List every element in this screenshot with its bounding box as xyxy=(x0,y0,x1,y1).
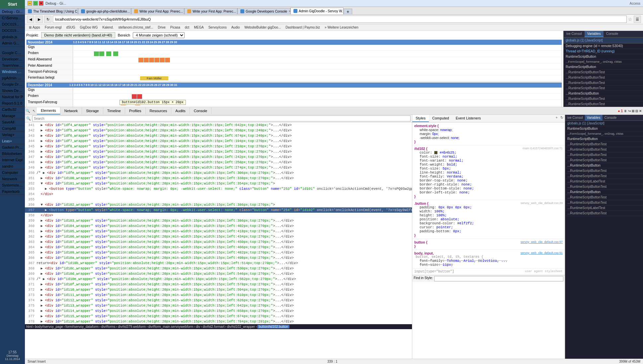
taskbar-item-dev[interactable]: Developer 7... xyxy=(0,56,25,62)
bookmark-mega[interactable]: MEGA xyxy=(192,25,205,30)
right-vars-15[interactable]: ...RuntimeScriptButtonTest xyxy=(565,200,643,205)
styles-tab-computed[interactable]: Computed xyxy=(429,115,452,122)
right-vars-2[interactable]: ...FormScope[_formname_, onDrag, cWas xyxy=(565,131,643,136)
bookmark-dashboard[interactable]: Dashboard | Paymo.biz xyxy=(283,25,322,30)
devtools-icon-pause[interactable]: ⏸ xyxy=(624,109,627,113)
devtools-tab-profiles[interactable]: Profiles xyxy=(125,108,146,114)
bc-html[interactable]: html xyxy=(26,325,33,328)
taskbar-item-leas[interactable]: Leas+ xyxy=(0,138,25,144)
bookmark-drive[interactable]: Drive xyxy=(156,25,168,30)
taskbar-item-internet[interactable]: Internet Expl xyxy=(0,157,25,163)
taskbar-item-doc1[interactable]: DOC019... xyxy=(0,21,25,28)
taskbar-item-windows-live[interactable]: Windows Live xyxy=(0,69,25,75)
taskbar-item-gadwin[interactable]: Gadwin PrintS xyxy=(0,144,25,151)
styles-add-icon[interactable]: + xyxy=(554,115,559,122)
taskbar-item-debug[interactable]: Debug - Gi... xyxy=(0,9,25,15)
find-in-styles-input[interactable] xyxy=(434,276,563,281)
bookmark-audio[interactable]: Audio xyxy=(229,25,242,30)
devtools-icon-dock[interactable]: ⊟ xyxy=(635,109,638,113)
right-vars-12[interactable]: ...RuntimeScriptButtonTest xyxy=(565,184,643,189)
taskbar-item-chrome[interactable]: Google Chr... xyxy=(0,50,25,56)
devtools-icon-step[interactable]: ↪ xyxy=(628,109,631,113)
taskbar-item-compall[interactable]: CompAll xyxy=(0,125,25,132)
devtools-tab-network[interactable]: Network xyxy=(60,108,82,114)
debug-tab-variables[interactable]: Variables xyxy=(585,31,603,37)
right-vars-16[interactable]: ...RuntimeScriptLabelTest xyxy=(565,205,643,211)
start-button[interactable]: Start xyxy=(0,0,25,9)
taskbar-item-globals[interactable]: globals.js xyxy=(0,34,25,40)
vars-item-7[interactable]: ...RuntimeScriptButtonTest xyxy=(564,86,643,91)
right-vars-11[interactable]: ...RuntimeScriptLabelTest xyxy=(565,179,643,184)
reload-button[interactable]: ↻ xyxy=(44,16,51,23)
taskbar-item-system[interactable]: Systemsteuer xyxy=(0,182,25,188)
bookmark-forum[interactable]: Forum engl xyxy=(43,25,64,30)
taskbar-item-report[interactable]: Report-5.1.0 xyxy=(0,100,25,107)
vars-item-9[interactable]: ...RuntimeScriptButtonTest xyxy=(564,96,643,102)
taskbar-item-verlag[interactable]: Verlag+ xyxy=(0,132,25,138)
bookmark-weitere[interactable]: »Weitere Lesezeichen xyxy=(323,25,361,30)
taskbar-item-googledrive[interactable]: Google Drive xyxy=(0,81,25,88)
bc-id102-wrapper[interactable]: div#id102_wrapper xyxy=(227,325,255,328)
tab-new[interactable]: + xyxy=(344,9,352,14)
taskbar-item-shows[interactable]: Shows Desktc xyxy=(0,88,25,94)
devtools-inspect-icon[interactable]: 🔍 xyxy=(25,109,31,113)
taskbar-item-carbu[interactable]: CarBu32 xyxy=(0,107,25,113)
bookmark-dsug[interactable]: dSUG xyxy=(64,25,77,30)
vars-item-4[interactable]: ...RuntimeScriptButtonTest xyxy=(564,70,643,75)
taskbar-item-bibliotheken[interactable]: Bibliotheken xyxy=(0,151,25,157)
taskbar-item-netzwerk[interactable]: Netzwerk xyxy=(0,176,25,182)
right-vars-13[interactable]: ...RuntimeScriptButton xyxy=(565,189,643,195)
tab-write1[interactable]: Write your First App: Prerec... ✕ xyxy=(131,8,184,14)
rule-source-button2[interactable]: servoy_web_clie_default.css:97 xyxy=(521,240,563,244)
bc-id379[interactable]: div#id379.webform xyxy=(118,325,146,328)
bc-div[interactable]: div xyxy=(196,325,200,328)
taskbar-item-computer[interactable]: Computer xyxy=(0,170,25,176)
taskbar-item-admin[interactable]: Admin G... xyxy=(0,40,25,46)
vars-item-6[interactable]: ...RuntimeScriptButtonTest xyxy=(564,80,643,86)
bc-form[interactable]: form#servoy_dataform xyxy=(65,325,99,328)
minimize-button[interactable]: ─ xyxy=(28,1,32,6)
tab-google-console[interactable]: Google Developers Console ✕ xyxy=(237,8,290,14)
devtools-tab-console[interactable]: Console xyxy=(190,108,211,114)
vars-item-1[interactable]: RuntimeScriptButton xyxy=(564,54,643,59)
taskbar-item-doc2[interactable]: DOC019... xyxy=(0,28,25,34)
right-tab-variables[interactable]: Variables xyxy=(585,115,603,120)
bc-body[interactable]: body#servoy_page xyxy=(35,325,63,328)
range-select[interactable]: 4 Monate zeigen (schnell) xyxy=(133,32,185,38)
bookmark-stefan[interactable]: stefanoni.ch/cms_stef... xyxy=(116,25,155,30)
devtools-cursor-icon[interactable]: ↖ xyxy=(31,109,37,113)
bookmark-picasa[interactable]: Picasa xyxy=(168,25,182,30)
bookmark-kalend[interactable]: Kalend. xyxy=(101,25,116,30)
debug-tab-console[interactable]: ive Consol xyxy=(564,31,585,37)
styles-refresh-icon[interactable]: ↻ xyxy=(559,115,565,122)
debug-tab-console2[interactable]: Console xyxy=(603,31,621,37)
maximize-button[interactable]: □ xyxy=(33,1,38,6)
styles-tab-events[interactable]: Event Listeners xyxy=(452,115,484,122)
project-value[interactable]: Demo (bitte nicht verändern) (band.id=40… xyxy=(41,32,115,38)
vars-item-5[interactable]: ...RuntimeScriptButtonTest xyxy=(564,75,643,80)
back-button[interactable]: ◀ xyxy=(27,16,34,23)
bc-formain[interactable]: div#form_main.servoywebform xyxy=(148,325,193,328)
tab-admin-gigdoodle[interactable]: Admin GigDoodle - Servoy W... ✕ xyxy=(290,8,344,14)
right-vars-8[interactable]: ...RuntimeScriptButton xyxy=(565,163,643,168)
bookmark-websitebuilder[interactable]: WebsiteBuilder gigDoo... xyxy=(242,25,283,30)
html-search-input[interactable] xyxy=(32,115,411,121)
rule-source-body[interactable]: servoy_web_clie_default.css:91 xyxy=(521,251,563,255)
tab-timesheet[interactable]: The Timesheet Blog | Using C... ✕ xyxy=(25,8,78,14)
taskbar-item-c[interactable]: C:\Servoy... xyxy=(0,15,25,21)
html-line-357-selected[interactable]: 357 ▶ <button type="button" style="white… xyxy=(25,207,412,213)
taskbar-item-navicat[interactable]: Navicat for P xyxy=(0,94,25,100)
right-vars-10[interactable]: ...RuntimeScriptButtonTest xyxy=(565,174,643,179)
right-tab-active-console[interactable]: ive Consol xyxy=(565,115,585,120)
taskbar-item-manage[interactable]: Manage xyxy=(0,113,25,119)
devtools-tab-storage[interactable]: Storage xyxy=(82,108,103,114)
address-bar[interactable] xyxy=(53,16,627,23)
right-vars-4[interactable]: ...RuntimeScriptButtonTest xyxy=(565,142,643,147)
styles-tab-styles[interactable]: Styles xyxy=(412,115,429,122)
bookmark-apps[interactable]: ⊞ Apps xyxy=(27,25,42,30)
vars-item-3[interactable]: RuntimeScriptButton xyxy=(564,64,643,70)
right-tab-console[interactable]: Console xyxy=(603,115,619,120)
right-vars-6[interactable]: ...RuntimeScriptButtonTest xyxy=(565,152,643,158)
devtools-icon-layout[interactable]: ⊞ xyxy=(632,109,634,113)
bc-id2[interactable]: div#id2.formart xyxy=(202,325,224,328)
